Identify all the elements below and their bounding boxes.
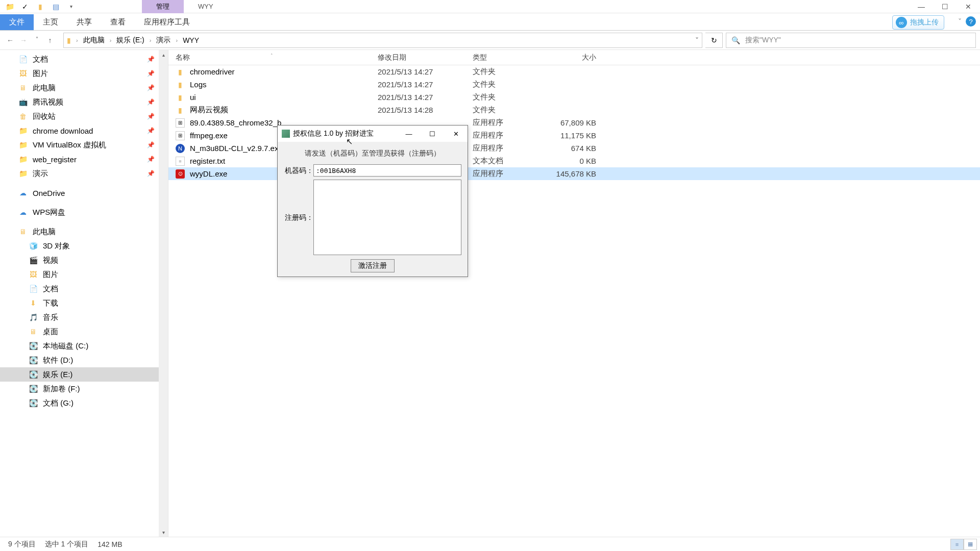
breadcrumb-dropdown-icon[interactable]: ˅: [695, 36, 699, 44]
column-type[interactable]: 类型: [473, 53, 551, 62]
sidebar-item[interactable]: 🖥此电脑📌: [0, 81, 168, 95]
tree-item-icon: 💽: [29, 399, 38, 407]
sidebar-item[interactable]: 📁VM VirtualBox 虚拟机📌: [0, 138, 168, 152]
register-code-input[interactable]: [313, 180, 461, 255]
file-icon: ≡: [176, 157, 185, 166]
refresh-button[interactable]: ↻: [705, 33, 723, 48]
sidebar-item[interactable]: 🎵音乐: [0, 310, 168, 324]
file-list-pane: 名称˄ 修改日期 类型 大小 ▮chromedriver2021/5/13 14…: [168, 50, 980, 537]
file-row[interactable]: ▮ui2021/5/13 14:27文件夹: [168, 91, 980, 104]
sidebar-item[interactable]: 📁web_register📌: [0, 152, 168, 166]
sidebar-item[interactable]: ☁OneDrive: [0, 186, 168, 200]
folder-quick-icon[interactable]: ▮: [36, 2, 45, 11]
file-name: register.txt: [190, 157, 225, 165]
file-name: wyyDL.exe: [190, 169, 227, 178]
chevron-right-icon[interactable]: ›: [150, 37, 152, 43]
ribbon-tab-view[interactable]: 查看: [101, 14, 135, 30]
sidebar-item[interactable]: ⬇下载: [0, 296, 168, 310]
sidebar-item[interactable]: ☁WPS网盘: [0, 205, 168, 219]
dialog-maximize-button[interactable]: ☐: [421, 126, 444, 142]
dialog-titlebar[interactable]: 授权信息 1.0 by 招财进宝 — ☐ ✕: [278, 126, 468, 142]
search-placeholder: 搜索"WYY": [745, 36, 781, 45]
ribbon-tab-share[interactable]: 共享: [67, 14, 101, 30]
sidebar-item[interactable]: 🖥此电脑: [0, 224, 168, 239]
pin-icon: 📌: [147, 56, 155, 63]
tree-item-label: VM VirtualBox 虚拟机: [33, 140, 106, 150]
sidebar-item[interactable]: 📁演示📌: [0, 166, 168, 181]
sidebar-item[interactable]: 💽软件 (D:): [0, 353, 168, 367]
ribbon-collapse-icon[interactable]: ˅: [958, 17, 962, 26]
activate-button[interactable]: 激活注册: [351, 259, 395, 272]
sidebar-item[interactable]: 📺腾讯视频📌: [0, 95, 168, 109]
sidebar-item[interactable]: 🖼图片: [0, 267, 168, 282]
ribbon-tab-apptools[interactable]: 应用程序工具: [135, 14, 199, 30]
dialog-close-button[interactable]: ✕: [444, 126, 468, 142]
nav-forward-button[interactable]: →: [18, 36, 29, 44]
close-button[interactable]: ✕: [957, 0, 980, 13]
file-icon: ⊙: [176, 169, 185, 179]
breadcrumb-drive[interactable]: 娱乐 (E:): [116, 36, 144, 45]
sidebar-item[interactable]: 📄文档: [0, 282, 168, 296]
breadcrumb-pc[interactable]: 此电脑: [83, 36, 105, 45]
breadcrumb-folder2[interactable]: WYY: [183, 36, 199, 44]
sidebar-item[interactable]: 📄文档📌: [0, 52, 168, 66]
sidebar-tree: 📄文档📌🖼图片📌🖥此电脑📌📺腾讯视频📌🗑回收站📌📁chrome download…: [0, 50, 168, 537]
sidebar-item[interactable]: 🖥桌面: [0, 324, 168, 339]
pin-icon: 📌: [147, 156, 155, 163]
sidebar-item[interactable]: 🖼图片📌: [0, 66, 168, 81]
file-row[interactable]: ▮网易云视频2021/5/13 14:28文件夹: [168, 104, 980, 116]
sidebar-item[interactable]: 💽新加卷 (F:): [0, 382, 168, 396]
column-date[interactable]: 修改日期: [378, 53, 473, 62]
tree-item-icon: 🖼: [18, 69, 28, 78]
chevron-right-icon[interactable]: ›: [110, 37, 112, 43]
sidebar-item[interactable]: 💽本地磁盘 (C:): [0, 339, 168, 353]
file-type: 文件夹: [473, 67, 551, 77]
file-type: 应用程序: [473, 118, 551, 128]
view-icons-button[interactable]: ▦: [964, 539, 977, 550]
file-date: 2021/5/13 14:27: [378, 80, 473, 89]
file-size: 145,678 KB: [551, 169, 600, 178]
ribbon-tab-file[interactable]: 文件: [0, 14, 34, 30]
scroll-down-icon[interactable]: ▾: [159, 528, 168, 537]
column-size[interactable]: 大小: [551, 53, 600, 62]
nav-history-dropdown[interactable]: ˅: [32, 36, 42, 44]
file-row[interactable]: ▮chromedriver2021/5/13 14:27文件夹: [168, 65, 980, 78]
chevron-right-icon[interactable]: ›: [76, 37, 78, 43]
view-details-button[interactable]: ≡: [950, 539, 964, 550]
search-input[interactable]: 🔍 搜索"WYY": [726, 33, 976, 48]
sidebar-item[interactable]: 🎬视频: [0, 253, 168, 267]
tree-item-label: 图片: [33, 69, 48, 79]
scroll-up-icon[interactable]: ▴: [159, 50, 168, 59]
column-name[interactable]: 名称˄: [168, 53, 378, 62]
sidebar-item[interactable]: 💽娱乐 (E:): [0, 367, 168, 382]
status-selected: 选中 1 个项目: [45, 540, 89, 549]
sidebar-scrollbar[interactable]: ▴ ▾: [159, 50, 168, 537]
tree-item-icon: 📄: [18, 55, 28, 63]
save-quick-icon[interactable]: ✓: [20, 2, 30, 11]
help-icon[interactable]: ?: [966, 16, 976, 27]
sidebar-item[interactable]: 🗑回收站📌: [0, 109, 168, 123]
minimize-button[interactable]: —: [910, 0, 933, 13]
file-name: Logs: [190, 80, 207, 89]
file-name: N_m3u8DL-CLI_v2.9.7.exe: [190, 144, 283, 153]
dialog-minimize-button[interactable]: —: [397, 126, 421, 142]
maximize-button[interactable]: ☐: [933, 0, 957, 13]
sidebar-item[interactable]: 🧊3D 对象: [0, 239, 168, 253]
machine-code-input[interactable]: [313, 164, 461, 177]
machine-code-label: 机器码：: [284, 164, 313, 176]
qat-dropdown-icon[interactable]: ▾: [66, 2, 76, 11]
chevron-right-icon[interactable]: ›: [176, 37, 178, 43]
drag-upload-button[interactable]: ∞ 拖拽上传: [892, 15, 944, 30]
nav-up-button[interactable]: ↑: [45, 36, 55, 44]
breadcrumb[interactable]: ▮ › 此电脑 › 娱乐 (E:) › 演示 › WYY ˅: [63, 33, 702, 48]
sidebar-item[interactable]: 📁chrome download📌: [0, 123, 168, 138]
context-tab-manage[interactable]: 管理: [142, 0, 184, 13]
ribbon-tab-home[interactable]: 主页: [34, 14, 67, 30]
breadcrumb-folder1[interactable]: 演示: [156, 36, 170, 45]
nav-back-button[interactable]: ←: [5, 36, 15, 44]
properties-quick-icon[interactable]: ▤: [51, 2, 60, 11]
sidebar-item[interactable]: 💽文档 (G:): [0, 396, 168, 410]
pin-icon: 📌: [147, 113, 155, 120]
file-row[interactable]: ▮Logs2021/5/13 14:27文件夹: [168, 78, 980, 91]
file-icon: N: [176, 144, 185, 153]
